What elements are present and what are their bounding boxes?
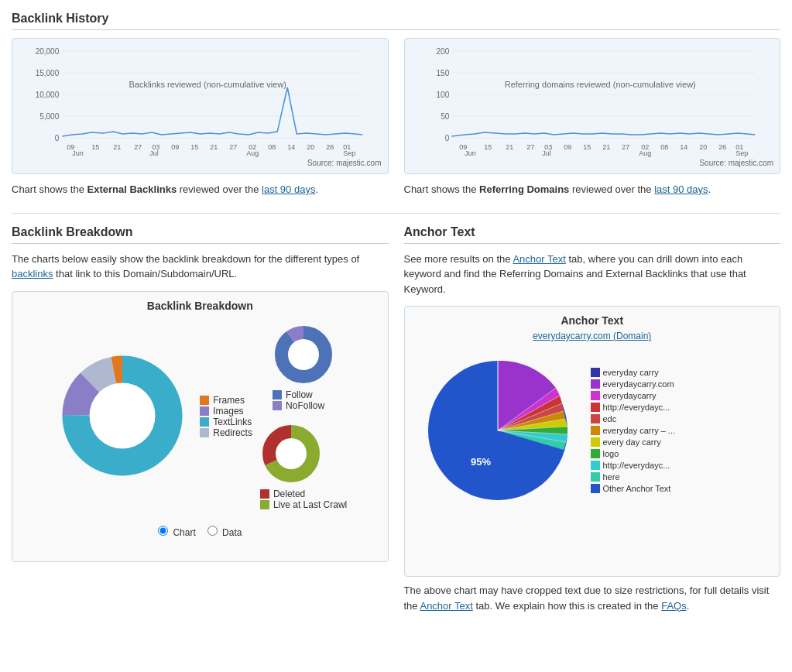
svg-point-64: [90, 383, 155, 448]
history-charts-row: 20,000 15,000 10,000 5,000 0 Backlinks r…: [12, 38, 780, 197]
svg-text:Sep: Sep: [735, 149, 748, 157]
redirects-color: [200, 428, 209, 437]
svg-text:26: 26: [326, 143, 334, 151]
svg-text:20: 20: [307, 143, 314, 151]
follow-color: [273, 390, 282, 399]
nofollow-color: [273, 401, 282, 410]
anchor-note: The above chart may have cropped text du…: [404, 583, 781, 613]
svg-text:27: 27: [622, 143, 629, 151]
status-legend: Deleted Live at Last Crawl: [260, 489, 347, 510]
breakdown-col: Backlink Breakdown The charts below easi…: [12, 225, 389, 614]
left-chart-source: Source: majestic.com: [19, 159, 382, 167]
svg-text:20,000: 20,000: [36, 47, 60, 56]
anchor-domain-link[interactable]: everydaycarry.com (Domain): [533, 331, 651, 341]
faqs-link[interactable]: FAQs: [661, 600, 687, 612]
svg-text:50: 50: [441, 112, 450, 121]
images-color: [200, 406, 209, 416]
legend-redirects: Redirects: [200, 427, 252, 438]
backlinks-chart-area: 20,000 15,000 10,000 5,000 0 Backlinks r…: [19, 45, 382, 157]
anchor-chart-inner: 95% everyday carry everydaycarry.com: [413, 345, 773, 518]
left-chart-desc: Chart shows the External Backlinks revie…: [12, 182, 389, 197]
svg-text:15: 15: [583, 143, 591, 151]
backlinks-chart-box: 20,000 15,000 10,000 5,000 0 Backlinks r…: [12, 38, 389, 174]
svg-text:5,000: 5,000: [39, 112, 59, 121]
follow-legend: Follow NoFollow: [273, 389, 334, 411]
svg-text:Jun: Jun: [465, 149, 476, 157]
breakdown-chart-title: Backlink Breakdown: [20, 300, 380, 312]
svg-text:14: 14: [287, 143, 295, 151]
svg-text:15: 15: [91, 143, 99, 151]
svg-text:Referring domains reviewed (no: Referring domains reviewed (non-cumulati…: [504, 80, 695, 89]
right-chart-source: Source: majestic.com: [411, 159, 774, 167]
chart-data-radio-row: Chart Data: [20, 526, 380, 538]
svg-text:Jul: Jul: [542, 149, 551, 157]
backlink-history-title: Backlink History: [12, 12, 780, 30]
svg-text:150: 150: [436, 69, 449, 77]
backlinks-chart-col: 20,000 15,000 10,000 5,000 0 Backlinks r…: [12, 38, 389, 197]
anchor-pie: 95%: [413, 345, 583, 518]
svg-text:08: 08: [268, 143, 276, 151]
anchor-desc: See more results on the Anchor Text tab,…: [404, 252, 781, 297]
svg-text:Sep: Sep: [343, 149, 355, 157]
svg-text:0: 0: [55, 134, 60, 142]
frames-color: [200, 396, 209, 405]
svg-text:21: 21: [113, 143, 121, 151]
data-radio-label[interactable]: Data: [207, 526, 242, 538]
live-color: [260, 500, 269, 509]
referring-chart-box: 200 150 100 50 0 Referring domains revie…: [404, 38, 781, 174]
svg-text:200: 200: [436, 47, 449, 56]
svg-text:Jul: Jul: [149, 149, 159, 157]
legend-textlinks: TextLinks: [200, 417, 252, 427]
breakdown-chart-box: Backlink Breakdown: [12, 291, 389, 562]
anchor-tab-link[interactable]: Anchor Text: [513, 253, 565, 265]
svg-text:15: 15: [484, 143, 492, 151]
right-chart-link[interactable]: last 90 days: [654, 183, 708, 195]
breakdown-title: Backlink Breakdown: [12, 225, 389, 244]
status-donut-wrapper: Deleted Live at Last Crawl: [260, 423, 347, 510]
svg-text:21: 21: [602, 143, 610, 151]
right-chart-desc: Chart shows the Referring Domains review…: [404, 182, 781, 197]
svg-text:09: 09: [564, 143, 571, 151]
anchor-chart-title: Anchor Text: [413, 314, 773, 327]
svg-text:09: 09: [171, 143, 179, 151]
divider: [12, 213, 780, 214]
svg-text:21: 21: [506, 143, 513, 151]
svg-text:100: 100: [436, 91, 449, 99]
backlinks-link[interactable]: backlinks: [12, 268, 53, 279]
svg-text:Backlinks reviewed (non-cumula: Backlinks reviewed (non-cumulative view): [129, 80, 286, 89]
main-donut: [53, 346, 192, 488]
svg-text:Jun: Jun: [72, 149, 84, 157]
svg-point-70: [276, 438, 307, 469]
left-chart-link[interactable]: last 90 days: [262, 183, 315, 195]
legend-frames: Frames: [200, 395, 252, 406]
svg-text:15,000: 15,000: [36, 69, 60, 77]
svg-text:Aug: Aug: [639, 149, 651, 157]
svg-text:15: 15: [190, 143, 198, 151]
anchor-col: Anchor Text See more results on the Anch…: [404, 225, 781, 614]
svg-text:27: 27: [229, 143, 237, 151]
anchor-chart-box: Anchor Text everydaycarry.com (Domain): [404, 306, 781, 577]
breakdown-anchor-section: Backlink Breakdown The charts below easi…: [12, 225, 780, 614]
svg-text:Aug: Aug: [246, 149, 259, 157]
main-donut-legend: Frames Images TextLinks Redirects: [200, 395, 252, 438]
chart-radio[interactable]: [158, 526, 168, 536]
small-donuts-col: Follow NoFollow: [260, 324, 347, 510]
svg-text:10,000: 10,000: [36, 91, 60, 99]
data-radio[interactable]: [207, 526, 218, 536]
textlinks-color: [200, 417, 209, 427]
svg-text:27: 27: [526, 143, 534, 151]
breakdown-desc: The charts below easily show the backlin…: [12, 252, 389, 282]
svg-point-67: [288, 339, 319, 370]
svg-text:08: 08: [660, 143, 668, 151]
svg-text:26: 26: [718, 143, 726, 151]
follow-donut-wrapper: Follow NoFollow: [273, 324, 334, 411]
chart-radio-label[interactable]: Chart: [158, 526, 196, 538]
anchor-domain: everydaycarry.com (Domain): [413, 331, 773, 341]
svg-text:20: 20: [699, 143, 707, 151]
svg-text:21: 21: [210, 143, 218, 151]
anchor-note-link[interactable]: Anchor Text: [420, 600, 472, 612]
svg-text:95%: 95%: [471, 456, 491, 468]
svg-text:27: 27: [134, 143, 142, 151]
referring-chart-col: 200 150 100 50 0 Referring domains revie…: [404, 38, 781, 197]
anchor-text-title: Anchor Text: [404, 225, 781, 244]
